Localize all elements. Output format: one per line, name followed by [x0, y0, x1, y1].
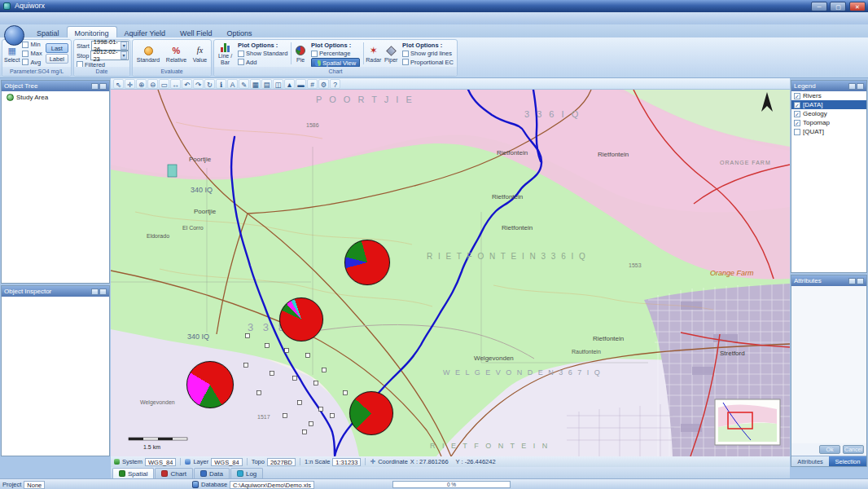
- cancel-button[interactable]: Cancel: [843, 445, 864, 454]
- stop-date-field[interactable]: 2012-02-23▾: [90, 51, 129, 60]
- monitoring-point[interactable]: [306, 354, 310, 358]
- refresh-icon[interactable]: ↻: [204, 79, 215, 89]
- tree-item-study-area[interactable]: Study Area: [2, 91, 109, 101]
- pie-chart-marker[interactable]: [186, 361, 234, 408]
- zoom-in-icon[interactable]: ⊕: [136, 79, 147, 89]
- monitoring-point[interactable]: [246, 334, 250, 338]
- monitoring-point[interactable]: [319, 408, 323, 412]
- grid-icon[interactable]: #: [307, 79, 318, 89]
- monitoring-point[interactable]: [293, 377, 297, 381]
- max-checkbox[interactable]: Max: [22, 50, 42, 58]
- avg-checkbox[interactable]: Avg: [22, 58, 42, 66]
- panel-pin-button[interactable]: [91, 83, 99, 90]
- overview-inset-map[interactable]: [715, 399, 780, 445]
- zoom-previous-icon[interactable]: ↶: [182, 79, 192, 89]
- monitoring-point[interactable]: [283, 414, 287, 418]
- legend-item-data[interactable]: [DATA]: [791, 100, 866, 109]
- line-bar-chart-button[interactable]: Line / Bar: [215, 41, 235, 66]
- monitoring-point[interactable]: [265, 344, 270, 348]
- zoom-next-icon[interactable]: ↷: [193, 79, 204, 89]
- maximize-button[interactable]: ▢: [830, 2, 846, 11]
- panel-pin-button[interactable]: [91, 289, 99, 295]
- standard-button[interactable]: Standard: [136, 41, 160, 66]
- panel-close-button[interactable]: [99, 289, 107, 295]
- stop-date-dropdown-icon[interactable]: ▾: [121, 51, 127, 59]
- monitoring-point[interactable]: [244, 363, 248, 368]
- minimize-button[interactable]: ─: [811, 2, 827, 11]
- monitoring-point[interactable]: [285, 349, 289, 353]
- label-tool-icon[interactable]: A: [227, 79, 238, 89]
- add-checkbox[interactable]: Add: [238, 59, 287, 67]
- topo-value-box[interactable]: 2627BD: [267, 458, 296, 466]
- monitoring-point[interactable]: [270, 372, 274, 376]
- panel-close-button[interactable]: [857, 278, 864, 284]
- monitoring-point[interactable]: [331, 414, 335, 418]
- monitoring-point[interactable]: [303, 430, 307, 434]
- panel-close-button[interactable]: [857, 83, 864, 90]
- help-icon[interactable]: ?: [330, 79, 340, 89]
- view-tab-data[interactable]: Data: [194, 468, 230, 478]
- scale-value-box[interactable]: 1:31233: [332, 458, 361, 466]
- zoom-extents-icon[interactable]: ↔: [170, 79, 181, 89]
- application-menu-button[interactable]: [4, 25, 24, 46]
- panel-close-button[interactable]: [99, 83, 107, 90]
- map-label: Rietfontein: [492, 193, 523, 200]
- pie-chart-marker[interactable]: [349, 391, 393, 435]
- scale-bar-icon[interactable]: ▬: [296, 79, 306, 89]
- pointer-tool-icon[interactable]: ⇖: [113, 79, 124, 89]
- close-button[interactable]: ✕: [849, 2, 866, 11]
- pie-chart-button[interactable]: Pie: [292, 41, 309, 66]
- panel-pin-button[interactable]: [848, 278, 856, 284]
- legend-checkbox[interactable]: [794, 120, 800, 126]
- min-checkbox[interactable]: Min: [22, 41, 42, 49]
- view-tab-log[interactable]: Log: [230, 468, 263, 478]
- legend-item-topomap[interactable]: Topomap: [791, 118, 866, 127]
- pie-chart-marker[interactable]: [344, 240, 390, 285]
- snapshot-icon[interactable]: ◫: [273, 79, 283, 89]
- legend-checkbox[interactable]: [794, 93, 800, 99]
- system-value-box[interactable]: WGS_84: [145, 458, 176, 466]
- monitoring-point[interactable]: [298, 401, 302, 405]
- plot-options-linebar: Plot Options : Show Standard Add: [235, 41, 290, 66]
- start-date-dropdown-icon[interactable]: ▾: [121, 42, 127, 50]
- zoom-window-icon[interactable]: ▭: [159, 79, 169, 89]
- monitoring-point[interactable]: [314, 381, 318, 385]
- select-box-icon[interactable]: ▦: [250, 79, 261, 89]
- value-button[interactable]: fx Value: [192, 41, 208, 66]
- pan-tool-icon[interactable]: ✛: [125, 79, 135, 89]
- settings-icon[interactable]: ⚙: [318, 79, 329, 89]
- show-grid-lines-checkbox[interactable]: Show grid lines: [402, 50, 454, 58]
- piper-chart-button[interactable]: Piper: [383, 41, 401, 66]
- measure-tool-icon[interactable]: ✎: [239, 79, 249, 89]
- relative-button[interactable]: % Relative: [165, 41, 187, 66]
- tab-selection[interactable]: Selection: [829, 456, 866, 466]
- legend-checkbox[interactable]: [794, 111, 800, 117]
- ok-button[interactable]: Ok: [819, 445, 840, 454]
- identify-icon[interactable]: ℹ: [216, 79, 226, 89]
- panel-pin-button[interactable]: [848, 83, 856, 90]
- legend-checkbox[interactable]: [794, 102, 800, 108]
- legend-item-rivers[interactable]: Rivers: [791, 91, 866, 100]
- monitoring-point[interactable]: [322, 368, 327, 372]
- proportional-ec-checkbox[interactable]: Proportional EC: [402, 59, 454, 67]
- monitoring-point[interactable]: [257, 391, 261, 395]
- legend-item-quat[interactable]: [QUAT]: [791, 127, 866, 136]
- zoom-out-icon[interactable]: ⊖: [147, 79, 158, 89]
- legend-item-geology[interactable]: Geology: [791, 109, 866, 118]
- radar-chart-button[interactable]: ✶ Radar: [365, 41, 383, 66]
- percentage-checkbox[interactable]: Percentage: [311, 50, 360, 57]
- show-standard-checkbox[interactable]: Show Standard: [238, 50, 287, 58]
- pie-chart-marker[interactable]: [279, 297, 323, 341]
- legend-checkbox[interactable]: [794, 129, 800, 135]
- map-view[interactable]: P O O R T J I E3 3 6 I QPoortjieRietfont…: [111, 90, 790, 456]
- label-button[interactable]: Label: [46, 54, 68, 64]
- tab-attributes[interactable]: Attributes: [791, 456, 829, 466]
- layer-value-box[interactable]: WGS_84: [211, 458, 242, 466]
- view-tab-spatial[interactable]: Spatial: [112, 468, 154, 478]
- north-arrow-icon[interactable]: ▲: [284, 79, 295, 89]
- monitoring-point[interactable]: [309, 422, 313, 426]
- last-button[interactable]: Last: [46, 43, 68, 53]
- view-tab-chart[interactable]: Chart: [155, 468, 193, 478]
- layers-icon[interactable]: ▤: [261, 79, 272, 89]
- monitoring-point[interactable]: [344, 391, 348, 395]
